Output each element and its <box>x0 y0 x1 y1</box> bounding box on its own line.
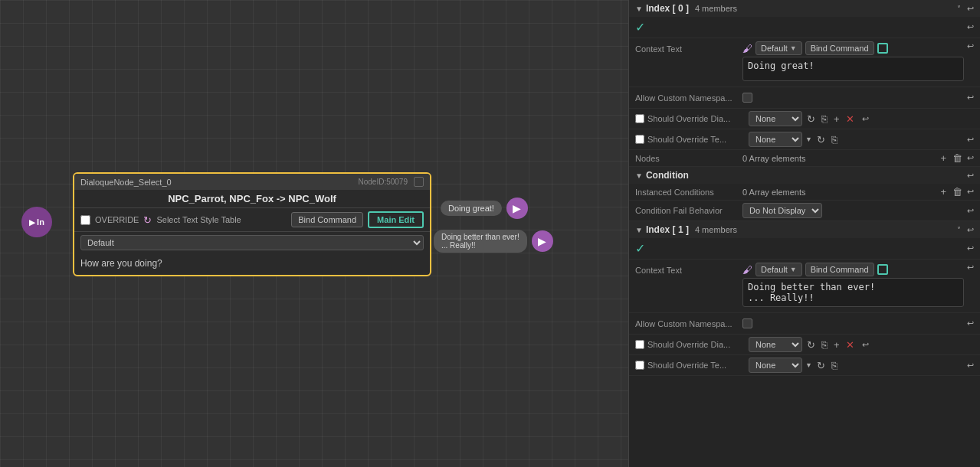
output-arrow-1[interactable]: ▶ <box>506 198 528 219</box>
index0-bind-command-btn[interactable]: Bind Command <box>805 41 874 55</box>
index0-toolbar: 🖌 Default ▼ Bind Command <box>742 41 964 55</box>
index0-context-undo[interactable]: ↩ <box>967 41 974 51</box>
node-checkbox[interactable] <box>414 177 424 187</box>
index1-context-text-label: Context Text <box>635 263 742 275</box>
style-table-label: Select Text Style Table <box>156 215 241 224</box>
index1-members: 4 members <box>695 225 737 234</box>
index0-override-te-cb[interactable] <box>635 135 644 144</box>
index1-collapse-icon: ▼ <box>635 226 643 234</box>
index0-condition-header[interactable]: ▼ Condition ↩ <box>629 167 980 184</box>
index1-check-row: ✓ ↩ <box>629 238 980 260</box>
index0-members: 4 members <box>695 4 737 13</box>
index0-override-dia-label: Should Override Dia... <box>647 114 746 123</box>
index1-plus-icon-1[interactable]: + <box>832 339 841 351</box>
index0-undo-icon[interactable]: ↩ <box>967 4 974 14</box>
index1-bind-command-btn[interactable]: Bind Command <box>805 263 874 276</box>
index0-refresh-icon-1[interactable]: ↻ <box>805 113 817 125</box>
index0-nodes-row: Nodes 0 Array elements + 🗑 ↩ <box>629 150 980 167</box>
node-default-row: Default <box>74 232 430 253</box>
index0-checkmark-icon: ✓ <box>635 20 645 34</box>
index0-copy-icon-2[interactable]: ⎘ <box>830 134 839 145</box>
index1-header[interactable]: ▼ Index [ 1 ] 4 members ˅ ↩ <box>629 221 980 238</box>
index0-none-select-1[interactable]: None <box>749 111 802 126</box>
index0-context-textarea[interactable] <box>742 57 964 81</box>
index1-refresh-icon-2[interactable]: ↻ <box>815 360 827 371</box>
index1-label: Index [ 1 ] <box>646 224 689 235</box>
index1-default-tag[interactable]: Default ▼ <box>755 263 802 276</box>
index1-check-undo[interactable]: ↩ <box>967 243 974 253</box>
index0-copy-icon-1[interactable]: ⎘ <box>820 113 829 125</box>
index0-allow-custom-checkbox[interactable] <box>742 93 752 103</box>
index1-copy-icon-2[interactable]: ⎘ <box>830 360 839 371</box>
index0-nodes-label: Nodes <box>635 154 742 163</box>
condition-undo[interactable]: ↩ <box>967 171 974 181</box>
bind-command-button[interactable]: Bind Command <box>291 212 363 227</box>
override-label: OVERRIDE <box>95 215 139 224</box>
index0-label: Index [ 0 ] <box>646 3 689 14</box>
index1-x-icon-1[interactable]: ✕ <box>844 339 856 351</box>
output-node-1: Doing great! ▶ <box>441 198 528 219</box>
index0-condition-fail-row: Condition Fail Behavior Do Not Display ↩ <box>629 201 980 221</box>
index0-fail-undo[interactable]: ↩ <box>967 206 974 216</box>
index0-header[interactable]: ▼ Index [ 0 ] 4 members ˅ ↩ <box>629 0 980 17</box>
index1-refresh-icon-1[interactable]: ↻ <box>805 339 817 351</box>
index0-plus-icon-1[interactable]: + <box>832 113 841 125</box>
index1-undo-icon[interactable]: ↩ <box>967 225 974 235</box>
index0-condition-fail-label: Condition Fail Behavior <box>635 206 742 215</box>
index0-allow-custom-row: Allow Custom Namespa... ↩ <box>629 87 980 109</box>
index0-allow-undo[interactable]: ↩ <box>967 93 974 103</box>
paint-icon-1: 🖌 <box>742 264 752 276</box>
index0-nodes-plus[interactable]: + <box>939 152 948 164</box>
index0-instanced-undo[interactable]: ↩ <box>967 187 974 197</box>
override-checkbox[interactable] <box>80 215 90 225</box>
node-subtitle: NPC_Parrot, NPC_Fox -> NPC_Wolf <box>74 190 430 208</box>
index0-teal-square[interactable] <box>877 43 888 54</box>
index0-nodes-undo[interactable]: ↩ <box>967 153 974 163</box>
index0-override-dia-cb[interactable] <box>635 114 644 123</box>
index1-context-textarea[interactable] <box>742 278 964 307</box>
right-panel: ▼ Index [ 0 ] 4 members ˅ ↩ ✓ ↩ Context … <box>628 0 980 467</box>
condition-label: Condition <box>646 170 689 181</box>
main-edit-button[interactable]: Main Edit <box>368 211 424 228</box>
index1-te-undo[interactable]: ↩ <box>967 361 974 371</box>
index0-instanced-trash[interactable]: 🗑 <box>951 186 964 198</box>
index1-none-select-2[interactable]: None <box>749 358 802 373</box>
index1-none-select-1[interactable]: None <box>749 337 802 352</box>
index0-override-te-label: Should Override Te... <box>647 135 746 144</box>
index0-x-icon-1[interactable]: ✕ <box>844 113 856 125</box>
index1-default-label: Default <box>761 265 788 274</box>
index1-allow-custom-checkbox[interactable] <box>742 318 752 328</box>
index0-instanced-icons: + 🗑 <box>939 186 964 198</box>
index0-none-select-2[interactable]: None <box>749 132 802 147</box>
index0-context-text-content: 🖌 Default ▼ Bind Command <box>742 41 964 83</box>
index1-override-te-cb[interactable] <box>635 361 644 370</box>
index0-default-tag[interactable]: Default ▼ <box>755 41 802 55</box>
index1-override-te-row: Should Override Te... None ▼ ↻ ⎘ ↩ <box>629 355 980 376</box>
index0-context-text-label: Context Text <box>635 41 742 54</box>
index1-copy-icon-1[interactable]: ⎘ <box>820 339 829 351</box>
index0-te-undo[interactable]: ↩ <box>967 135 974 145</box>
index1-allow-custom-row: Allow Custom Namespa... ↩ <box>629 313 980 335</box>
index1-dia-undo[interactable]: ↩ <box>862 340 869 350</box>
index0-check-row: ✓ ↩ <box>629 17 980 38</box>
index1-teal-square[interactable] <box>877 264 888 275</box>
index0-nodes-trash[interactable]: 🗑 <box>951 152 964 164</box>
index0-instanced-plus[interactable]: + <box>939 186 948 198</box>
index1-override-dia-cb[interactable] <box>635 340 644 349</box>
default-select[interactable]: Default <box>80 235 424 250</box>
index1-context-undo[interactable]: ↩ <box>967 263 974 273</box>
in-node[interactable]: In <box>21 207 52 237</box>
node-header: DialoqueNode_Select_0 NodeID:50079 <box>74 174 430 190</box>
index0-check-undo[interactable]: ↩ <box>967 22 974 32</box>
index0-chevron: ˅ <box>957 5 961 13</box>
refresh-icon[interactable]: ↻ <box>143 214 152 226</box>
index1-override-te-label: Should Override Te... <box>647 361 746 370</box>
condition-arrow: ▼ <box>635 171 643 180</box>
index0-condition-fail-select[interactable]: Do Not Display <box>742 203 822 218</box>
index0-collapse-icon: ▼ <box>635 5 643 13</box>
output-arrow-2[interactable]: ▶ <box>532 230 553 252</box>
index1-allow-undo[interactable]: ↩ <box>967 318 974 328</box>
index0-refresh-icon-2[interactable]: ↻ <box>815 134 827 145</box>
index0-dia-undo[interactable]: ↩ <box>862 114 869 124</box>
index0-nodes-value: 0 Array elements <box>742 154 806 163</box>
